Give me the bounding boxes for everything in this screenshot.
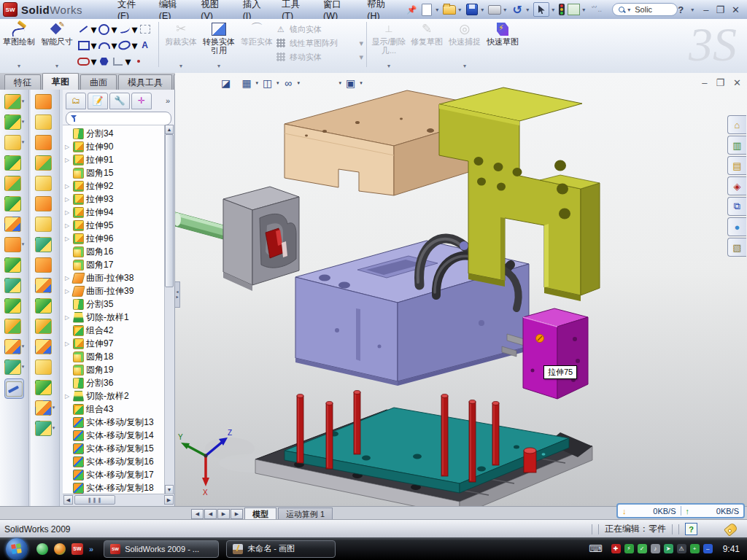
expand-arrow-icon[interactable] [65,341,71,347]
tree-item[interactable]: 圆角17 [63,258,165,271]
open-dropdown[interactable]: ▾ [458,7,463,13]
feature-tool-button[interactable]: ▾ [4,133,25,151]
document-tab[interactable]: 模型 [244,508,276,520]
task-pane-tab-icon[interactable]: ● [727,217,746,236]
scroll-right-icon[interactable]: ▶ [164,495,174,505]
restore-icon[interactable]: ❐ [716,4,724,15]
tree-item[interactable]: 曲面-拉伸38 [63,271,165,284]
mirror-entities-button[interactable]: ⚠ 镜向实体 [276,23,363,35]
expand-arrow-icon[interactable] [65,196,71,203]
tree-item[interactable]: 拉伸94 [63,206,165,219]
pin-icon[interactable]: 📌 [405,3,418,16]
display-delete-relations-button[interactable]: ⊥ 显示/删除几...▾ [370,19,408,72]
feature-tool-button[interactable]: ▾ [4,195,25,212]
pplive-icon[interactable] [54,543,66,555]
feature-tool-button[interactable]: ▾ [4,317,25,335]
arc-icon[interactable] [98,39,110,51]
tree-item[interactable]: 分割36 [63,376,165,389]
tree-item[interactable]: 实体-移动/复制17 [63,468,165,481]
network-speed-widget[interactable]: ↓ 0KB/S ↑ 0KB/S [616,503,745,518]
options-dropdown[interactable]: ▾ [582,7,587,13]
task-pane-tab-icon[interactable]: ⌂ [727,115,746,134]
help-icon[interactable]: ? [678,4,684,15]
surface-tool-button[interactable]: ▾ [35,419,55,437]
tree-vertical-scrollbar[interactable]: ▲ ▼ [164,125,174,494]
property-manager-icon[interactable]: 📝 [88,93,108,109]
feature-tool-button[interactable]: ▾ [4,215,25,233]
save-icon[interactable] [465,3,479,16]
tray-icon[interactable]: ✓ [638,544,647,553]
minimize-icon[interactable]: – [703,4,708,15]
surface-tool-button[interactable]: ▾ [35,378,55,396]
line-icon[interactable] [77,23,90,35]
horizontal-scroll-thumb[interactable]: ❚❚❚ [74,495,115,505]
move-entities-button[interactable]: 移动实体▾ [276,51,363,63]
convert-entities-button[interactable]: 转换实体引用▾ [200,19,238,72]
tree-item[interactable]: 拉伸90 [63,140,165,153]
vertical-scroll-thumb[interactable] [165,134,174,287]
tree-item[interactable]: 拉伸93 [63,192,165,206]
task-pane-tab-icon[interactable]: ▥ [727,136,746,155]
tags-icon[interactable] [724,522,738,536]
doc-close-icon[interactable]: ✕ [733,77,741,88]
rapid-sketch-button[interactable]: 快速草图 [484,19,522,72]
tree-filter-input[interactable] [66,112,171,125]
hud-view-icon[interactable]: ▣ [344,77,357,89]
surface-tool-button[interactable]: ▾ [35,195,55,212]
mold-assembly-model[interactable]: Y Z X [175,73,747,506]
surface-tool-button[interactable]: ▾ [35,256,55,273]
tray-icon[interactable]: ♪ [651,544,660,553]
tree-item[interactable]: 拉伸92 [63,179,165,192]
document-tab[interactable]: 运动算例 1 [278,508,333,520]
print-dropdown[interactable]: ▾ [503,7,508,13]
hud-view-icon[interactable] [303,77,315,89]
tray-icon[interactable]: + [690,544,700,553]
task-pane-tab-icon[interactable]: ⧉ [727,197,746,216]
tree-item[interactable]: 拉伸95 [63,219,165,232]
doc-minimize-icon[interactable]: – [702,77,707,88]
feature-tool-button[interactable]: ▾ [4,338,25,355]
tree-item[interactable]: 实体-移动/复制15 [63,442,165,455]
feature-tool-button[interactable]: ▾ [4,358,25,376]
surface-tool-button[interactable]: ▾ [35,113,55,131]
scroll-up-icon[interactable]: ▲ [165,125,174,134]
ribbon-tab[interactable]: 草图 [42,73,79,90]
tree-item[interactable]: 实体-移动/复制18 [63,481,165,494]
point-icon[interactable] [132,55,144,67]
surface-tool-button[interactable]: ▾ [35,276,55,294]
task-pane-tab-icon[interactable]: ◈ [727,176,746,195]
epdm-icon[interactable]: ⺍.. [589,3,603,16]
ribbon-tab[interactable]: 模具工具 [118,74,172,90]
search-dropdown[interactable]: ▾ [627,7,632,13]
surface-tool-button[interactable]: ▾ [35,338,55,355]
surface-tool-button[interactable]: ▾ [35,236,55,253]
surface-tool-button[interactable]: ▾ [35,297,55,314]
keyboard-layout-icon[interactable]: ⌨ [589,543,603,554]
panel-splitter-handle[interactable]: ◂▸ [175,281,180,308]
tree-item[interactable]: 圆角16 [63,245,165,258]
feature-tool-button[interactable]: ▾ [4,236,25,253]
tray-icon[interactable]: – [703,544,713,553]
ribbon-tab[interactable]: 特征 [4,74,41,90]
taskbar-button-paint[interactable]: 未命名 - 画图 [226,540,336,558]
rebuild-traffic-light-icon[interactable] [559,4,565,15]
feature-tool-button[interactable]: ▾ [4,93,25,110]
smart-dimension-button[interactable]: 智能尺寸▾ [38,19,76,72]
hud-view-icon[interactable] [199,77,212,89]
help-dropdown[interactable]: ▾ [691,7,696,13]
surface-tool-button[interactable]: ▾ [35,317,55,335]
expand-arrow-icon[interactable] [65,288,71,295]
slot-icon[interactable] [77,55,90,67]
expand-arrow-icon[interactable] [65,393,71,400]
rectangle-icon[interactable] [77,39,90,51]
repair-sketch-button[interactable]: ✎ 修复草图 [408,19,446,72]
ribbon-tab[interactable]: 曲面 [80,74,117,90]
taskbar-button-solidworks[interactable]: SW SolidWorks 2009 - ... [104,540,219,558]
expand-arrow-icon[interactable] [65,275,71,281]
offset-entities-button[interactable]: ⌒ 等距实体 [238,19,276,72]
expand-arrow-icon[interactable] [65,157,71,163]
tab-nav-arrow[interactable]: ▶ [217,509,230,519]
hud-view-icon[interactable] [178,77,190,89]
part-green-bar[interactable] [175,212,226,240]
undo-icon[interactable]: ↺ [511,3,524,16]
